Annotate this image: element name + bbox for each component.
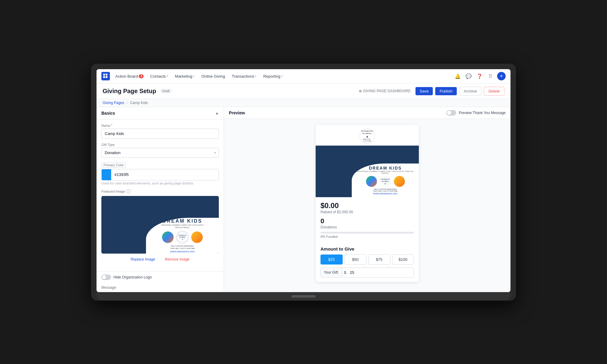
featured-image-section: Featured Image i — [101, 189, 219, 263]
giving-girls-circle — [393, 175, 405, 187]
replace-image-button[interactable]: Replace Image — [129, 256, 156, 263]
svg-rect-2 — [103, 76, 105, 78]
svg-rect-1 — [106, 74, 107, 76]
message-label: Message — [97, 283, 224, 292]
giving-tagline: HELP CREATE MEMORIESTHAT WILL LAST A LIF… — [373, 188, 398, 192]
name-input[interactable] — [101, 129, 219, 139]
color-swatch[interactable] — [102, 169, 111, 180]
dream-kids-banner: DREAM KIDS PROVIDING SUMMER CAMPS FOR YO… — [101, 196, 219, 254]
giving-stats: $0.00 Raised of $2,000.00 0 Donations 0%… — [316, 197, 419, 246]
preview-thank-you-toggle[interactable] — [446, 110, 456, 116]
color-hex-input[interactable] — [111, 170, 219, 179]
amount-btn-75[interactable]: $75 — [368, 254, 390, 265]
giving-circles: GIVEBACKGLOBAL▲ — [365, 175, 405, 187]
message-icon[interactable]: 💬 — [464, 72, 473, 80]
left-panel: Basics ▲ Name * — [97, 107, 224, 292]
nav-contacts[interactable]: Contacts ▾ — [148, 69, 171, 84]
raised-text: Raised of $2,000.00 — [320, 210, 414, 214]
publish-button[interactable]: Publish — [435, 87, 457, 95]
hide-logo-toggle-row: Hide Organization Logo — [97, 271, 224, 283]
giving-dk-subtitle: PROVIDING SUMMER CAMPS FOR YOUTH WITH SP… — [354, 170, 416, 174]
logo-circle: GIVEBACKGLOBAL▲ — [176, 231, 189, 244]
section-title-basics: Basics — [101, 111, 115, 116]
org-logo-circle: GIVEBACK GLOBAL ▲ SERVICE · CULTURE — [360, 129, 375, 144]
preview-dk-subtitle: PROVIDING SUMMER CAMPS FOR YOUTH WITHSPE… — [161, 224, 204, 229]
nav-marketing[interactable]: Marketing ▾ — [172, 69, 197, 84]
org-logo-inner: GIVEBACK GLOBAL ▲ SERVICE · CULTURE — [360, 130, 375, 142]
nav-transactions[interactable]: Transactions ▾ — [229, 69, 259, 84]
laptop-container: Action Board 3 Contacts ▾ Marketing ▾ On… — [91, 64, 516, 301]
dashboard-link[interactable]: 🖥 GIVING PAGE DASHBOARD — [358, 89, 411, 93]
gift-type-select[interactable]: Donation Pledge Membership — [101, 148, 219, 158]
hide-logo-toggle[interactable] — [101, 275, 111, 280]
preview-title: Preview — [229, 110, 245, 115]
top-navigation: Action Board 3 Contacts ▾ Marketing ▾ On… — [97, 69, 510, 84]
kids-circle — [161, 231, 174, 244]
donations-label: Donations — [320, 225, 414, 229]
gift-type-label: Gift Type — [101, 143, 219, 147]
question-icon[interactable]: ❓ — [475, 72, 484, 80]
laptop-screen: Action Board 3 Contacts ▾ Marketing ▾ On… — [97, 69, 510, 292]
preview-header: Preview Preview Thank You Message — [224, 107, 510, 119]
gift-amount-input[interactable] — [348, 268, 414, 277]
your-gift-row: Your Gift: $ — [320, 268, 414, 278]
nav-reporting[interactable]: Reporting ▾ — [261, 69, 285, 84]
dk-link-preview: WWW.DREAMKIDS.ORG — [170, 251, 195, 253]
draft-badge: Draft — [160, 89, 172, 93]
gift-type-field-group: Gift Type Donation Pledge Membership ▾ — [101, 143, 219, 158]
color-input-row — [101, 169, 219, 180]
featured-image-preview: DREAM KIDS PROVIDING SUMMER CAMPS FOR YO… — [101, 196, 219, 254]
header-actions: 🖥 GIVING PAGE DASHBOARD Save Publish Arc… — [358, 87, 504, 96]
add-button[interactable]: + — [497, 72, 506, 80]
preview-circles: GIVEBACKGLOBAL▲ — [161, 231, 203, 244]
grid-icon[interactable]: ⠿ — [486, 72, 495, 80]
amount-to-give-title: Amount to Give — [320, 246, 414, 251]
right-panel: Preview Preview Thank You Message — [224, 107, 510, 292]
amount-buttons-group: $25 $50 $75 $100 — [320, 254, 414, 265]
save-button[interactable]: Save — [415, 87, 433, 95]
funded-text: 0% Funded — [320, 235, 414, 238]
amount-btn-100[interactable]: $100 — [392, 254, 414, 265]
breadcrumb-root[interactable]: Giving Pages — [103, 101, 124, 105]
name-label: Name * — [101, 124, 219, 127]
amount-btn-50[interactable]: $50 — [344, 254, 367, 265]
app-logo[interactable] — [101, 72, 110, 80]
preview-content: GIVEBACK GLOBAL ▲ SERVICE · CULTURE — [224, 119, 510, 288]
breadcrumb-current: Camp Kids — [130, 101, 148, 105]
donations-count: 0 — [320, 217, 414, 225]
name-field-group: Name * — [101, 124, 219, 139]
featured-image-label: Featured Image i — [101, 189, 219, 194]
girls-circle — [191, 231, 203, 244]
nav-action-board[interactable]: Action Board 3 — [113, 69, 146, 84]
breadcrumb: Giving Pages < Camp Kids — [97, 99, 510, 107]
info-icon[interactable]: i — [126, 189, 131, 194]
preview-thank-you-label: Preview Thank You Message — [459, 111, 506, 115]
giving-image: DREAM KIDS PROVIDING SUMMER CAMPS FOR YO… — [316, 146, 419, 197]
giving-logo-circle: GIVEBACKGLOBAL▲ — [379, 175, 392, 187]
svg-rect-3 — [106, 76, 107, 78]
laptop-bottom — [97, 292, 510, 301]
section-collapse-icon: ▲ — [215, 111, 219, 115]
gift-type-select-wrap: Donation Pledge Membership ▾ — [101, 148, 219, 158]
svg-rect-0 — [103, 74, 105, 76]
amount-btn-25[interactable]: $25 — [320, 254, 343, 265]
remove-image-button[interactable]: Remove Image — [164, 256, 191, 263]
currency-symbol: $ — [342, 268, 348, 277]
giving-card: GIVEBACK GLOBAL ▲ SERVICE · CULTURE — [316, 125, 419, 282]
your-gift-label: Your Gift: — [321, 268, 342, 277]
image-actions: Replace Image Remove Image — [101, 256, 219, 263]
delete-button[interactable]: Delete — [484, 87, 504, 96]
page-header: Giving Page Setup Draft 🖥 GIVING PAGE DA… — [97, 84, 510, 99]
giving-card-logo: GIVEBACK GLOBAL ▲ SERVICE · CULTURE — [316, 125, 419, 146]
nav-icons-group: 🔔 💬 ❓ ⠿ + — [453, 72, 506, 80]
archive-button[interactable]: Archive — [459, 87, 481, 96]
bell-icon[interactable]: 🔔 — [453, 72, 462, 80]
giving-kids-circle — [365, 175, 378, 187]
main-content: Basics ▲ Name * — [97, 107, 510, 292]
primary-color-label: Primary Color — [101, 162, 126, 168]
primary-color-group: Primary Color Used for color-branded ele… — [101, 162, 219, 185]
basics-section-header[interactable]: Basics ▲ — [97, 107, 224, 120]
nav-online-giving[interactable]: Online Giving — [199, 69, 227, 84]
color-hint: Used for color-branded elements, such as… — [101, 181, 219, 185]
basics-section-body: Name * Gift Type Donation — [97, 120, 224, 271]
